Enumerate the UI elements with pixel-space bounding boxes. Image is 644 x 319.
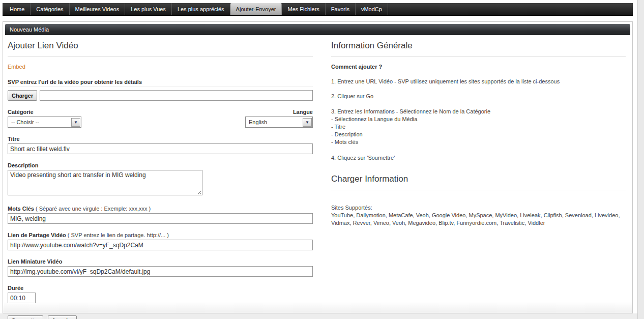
thumbnail-link-input[interactable] — [8, 266, 313, 277]
info-panel: Information Générale Comment ajouter ? 1… — [331, 35, 626, 319]
language-group: Langue English ▼ — [245, 101, 313, 128]
video-url-label: SVP entrez l'url de la vidéo pour obteni… — [8, 79, 313, 86]
step-3: 3. Entrez les Informations - Sélectionne… — [331, 108, 626, 146]
scrollbar-track[interactable] — [637, 0, 644, 319]
step-3-line: - Sélectionnez la Langue du Média — [331, 115, 626, 123]
description-textarea[interactable]: Video presenting short arc transfer in M… — [8, 170, 202, 195]
title-input[interactable] — [8, 143, 313, 154]
charger-button[interactable]: Charger — [8, 90, 37, 101]
nav-tab-ajouter-envoyer[interactable]: Ajouter-Envoyer — [230, 3, 282, 15]
category-group: Catégorie -- Choisir -- ▼ — [8, 101, 81, 128]
description-label: Description — [8, 162, 313, 168]
supported-sites-label: Sites Supportés: — [331, 204, 626, 212]
nav-tab-les-plus-apprecies[interactable]: Les plus appréciés — [172, 3, 230, 15]
category-select[interactable]: -- Choisir -- ▼ — [8, 117, 81, 128]
duration-label: Durée — [8, 285, 313, 291]
step-3-line: 3. Entrez les Informations - Sélectionne… — [331, 108, 626, 115]
top-navigation: Home Catégories Meilleures Videos Les pl… — [3, 3, 633, 16]
step-4: 4. Cliquez sur 'Soumettre' — [331, 155, 626, 161]
video-url-input[interactable] — [40, 90, 313, 101]
keywords-input[interactable] — [8, 213, 313, 224]
step-3-line: - Titre — [331, 123, 626, 131]
step-3-line: - Mots clés — [331, 138, 626, 146]
submit-button[interactable]: Soumettre — [8, 315, 43, 319]
keywords-label: Mots Clés — [8, 206, 34, 212]
keywords-hint: ( Séparé avec une virgule : Exemple: xxx… — [36, 206, 151, 212]
supported-sites-list: YouTube, Dailymotion, MetaCafe, Veoh, Go… — [331, 212, 626, 227]
embed-link[interactable]: Embed — [8, 64, 25, 70]
cancel-button[interactable]: Annuler — [48, 315, 77, 319]
step-1: 1. Entrez une URL Vidéo - SVP utilisez u… — [331, 78, 626, 84]
share-link-hint: ( SVP entrez le lien de partage. http://… — [68, 232, 169, 238]
info-title: Information Générale — [331, 35, 626, 57]
category-label: Catégorie — [8, 109, 81, 115]
language-select[interactable]: English ▼ — [245, 117, 313, 128]
keywords-label-row: Mots Clés ( Séparé avec une virgule : Ex… — [8, 206, 313, 212]
content-panel: Nouveau Média Ajouter Lien Vidéo Embed S… — [3, 21, 633, 313]
step-3-line: - Description — [331, 131, 626, 138]
supported-sites: Sites Supportés: YouTube, Dailymotion, M… — [331, 204, 626, 227]
language-label: Langue — [245, 109, 313, 115]
how-to-add-title: Comment ajouter ? — [331, 64, 626, 70]
form-title: Ajouter Lien Vidéo — [8, 35, 313, 57]
charger-info-title: Charger Information — [331, 168, 626, 190]
share-link-label: Lien de Partage Vidéo — [8, 232, 66, 238]
duration-input[interactable] — [8, 293, 36, 303]
step-2: 2. Cliquer sur Go — [331, 93, 626, 99]
category-selected-value: -- Choisir -- — [11, 119, 39, 125]
nav-tab-vmodcp[interactable]: vModCp — [356, 3, 388, 15]
panel-header-title: Nouveau Média — [5, 24, 630, 35]
thumbnail-link-label: Lien Miniature Vidéo — [8, 258, 313, 265]
nav-tab-home[interactable]: Home — [4, 3, 31, 15]
add-video-form: Ajouter Lien Vidéo Embed SVP entrez l'ur… — [8, 35, 313, 319]
nav-tab-favoris[interactable]: Favoris — [326, 3, 356, 15]
share-link-input[interactable] — [8, 240, 313, 250]
title-label: Titre — [8, 136, 313, 142]
nav-tab-les-plus-vues[interactable]: Les plus Vues — [125, 3, 172, 15]
nav-tab-mes-fichiers[interactable]: Mes Fichiers — [282, 3, 325, 15]
share-link-label-row: Lien de Partage Vidéo ( SVP entrez le li… — [8, 232, 313, 238]
chevron-down-icon[interactable]: ▼ — [303, 118, 312, 127]
language-selected-value: English — [249, 119, 267, 125]
chevron-down-icon[interactable]: ▼ — [71, 118, 80, 127]
nav-tab-meilleures-videos[interactable]: Meilleures Videos — [70, 3, 126, 15]
nav-tab-categories[interactable]: Catégories — [31, 3, 69, 15]
